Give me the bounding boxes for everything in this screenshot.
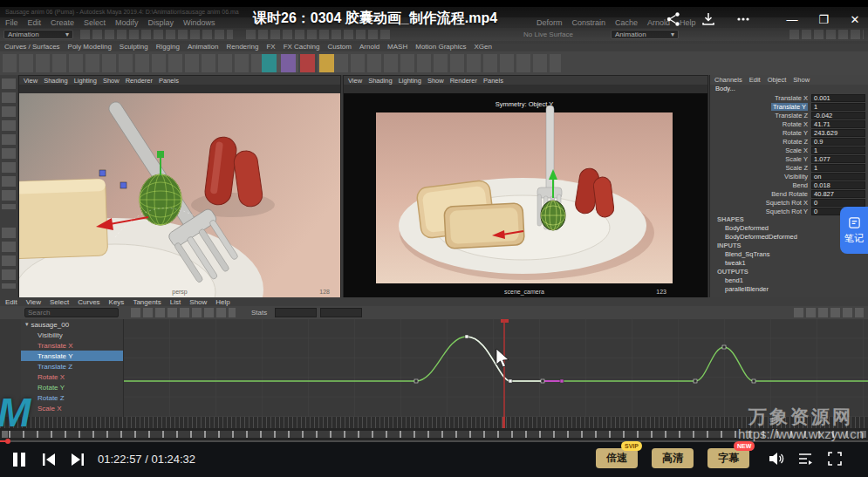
viewport-left: View Shading Lighting Show Renderer Pane… — [18, 75, 341, 297]
channel-section-item: bend1 — [710, 276, 868, 285]
maya-menu-item: Deform — [537, 18, 563, 27]
close-button[interactable]: ✕ — [846, 10, 864, 28]
tool-icons — [2, 78, 16, 209]
channel-row: Translate X0.001 — [710, 93, 868, 102]
channel-row: Scale Z1 — [710, 163, 868, 172]
viewport-menubar: View Shading Lighting Show Renderer Pane… — [344, 76, 707, 85]
shelf-tab: Rigging — [156, 43, 180, 51]
progress-knob[interactable] — [5, 439, 10, 444]
shelf-tab: Arnold — [359, 43, 379, 51]
fullscreen-button[interactable] — [827, 451, 843, 467]
playlist-button[interactable] — [797, 452, 813, 466]
next-button[interactable] — [70, 453, 85, 467]
time-display: 01:22:57 / 01:24:32 — [98, 453, 195, 466]
notes-button[interactable]: 笔记 — [840, 207, 868, 254]
previous-button[interactable] — [42, 453, 57, 467]
status-icons — [80, 30, 233, 39]
stats-field — [320, 308, 362, 317]
ellipsis-icon — [735, 11, 751, 27]
player-control-bar: 01:22:57 / 01:24:32 倍速 SVIP 高清 字幕 NEW — [0, 440, 868, 477]
current-frame-marker — [502, 417, 505, 428]
shelf-tab: Poly Modeling — [68, 43, 112, 51]
shelf-icon — [281, 54, 296, 72]
subtitle-button[interactable]: 字幕 — [707, 448, 749, 468]
speed-button[interactable]: 倍速 — [596, 448, 638, 468]
quality-button[interactable]: 高清 — [652, 448, 694, 468]
maya-menu-item: Edit — [28, 18, 42, 27]
maya-menu-item: Modify — [115, 18, 139, 27]
maya-menu-item: Create — [51, 18, 74, 27]
maya-statusline: Animation▾ No Live Surface Animation▾ — [0, 28, 868, 41]
shelf-tab: FX — [266, 43, 275, 51]
snap-icons — [246, 30, 390, 39]
channel-row: Bend0.018 — [710, 181, 868, 189]
shelf-tab: Animation — [188, 43, 219, 51]
viewport-scene-left: persp 128 — [19, 93, 340, 298]
viewport-right: View Shading Lighting Show Renderer Pane… — [343, 75, 708, 297]
graph-editor-search-input — [24, 308, 119, 317]
layout-shortcut-icons — [2, 228, 16, 289]
maya-menu-item: Display — [148, 18, 174, 27]
svip-badge: SVIP — [621, 441, 642, 451]
notebook-icon — [848, 216, 861, 229]
speaker-icon — [768, 451, 785, 467]
share-button[interactable] — [665, 10, 682, 28]
channel-row: Translate Z-0.042 — [710, 111, 868, 119]
live-surface-hint: No Live Surface — [523, 31, 573, 38]
download-button[interactable] — [700, 10, 717, 28]
ge-tree-item: Visibility — [21, 330, 123, 340]
graph-editor-toolbar-icons — [131, 308, 236, 317]
ge-tree-item: Translate X — [21, 340, 123, 351]
channel-section-item: parallelBlender — [710, 285, 868, 294]
shelf-tab: XGen — [474, 43, 491, 51]
channel-box: Channels Edit Object Show Body... Transl… — [709, 75, 868, 297]
ge-tree-item: Rotate Y — [21, 382, 123, 392]
sidebar-toggle-icons — [789, 30, 864, 39]
maya-range-slider — [0, 428, 868, 440]
shelf-tabs: Curves / Surfaces Poly Modeling Sculptin… — [0, 41, 868, 51]
video-player-window: Sausage anim 06 (Puma) - Autodesk Maya 2… — [0, 0, 868, 477]
stats-label: Stats — [251, 309, 267, 317]
shelf-icon — [319, 54, 334, 72]
pause-bar — [13, 453, 17, 467]
shelf-icon — [300, 54, 315, 72]
ge-tree-item: Rotate X — [21, 371, 123, 382]
graph-editor-curve-area — [124, 319, 868, 417]
shelf-icon — [262, 54, 277, 72]
channel-row: Scale Y1.077 — [710, 154, 868, 163]
shelf-tab: MASH — [387, 43, 407, 51]
channel-row: Rotate Y243.629 — [710, 128, 868, 137]
expand-icon: ▾ — [25, 321, 29, 328]
share-icon — [666, 11, 681, 27]
channel-row: Visibilityon — [710, 172, 868, 181]
channel-section-header: OUTPUTS — [710, 268, 868, 276]
symmetry-hud: Symmetry: Object Y — [496, 100, 554, 108]
maya-logo: M — [0, 389, 31, 436]
volume-button[interactable] — [768, 451, 785, 467]
maya-menu-item: Select — [84, 18, 106, 27]
shelf-tab: FX Caching — [284, 43, 320, 51]
shelf-icons — [0, 51, 868, 75]
viewport-menubar: View Shading Lighting Show Renderer Pane… — [19, 76, 340, 85]
channel-row: Squetch Rot X0 — [710, 198, 868, 207]
maya-menu-item: File — [5, 18, 18, 27]
shelf-tab: Motion Graphics — [415, 43, 466, 51]
bread-slice — [444, 203, 524, 249]
camera-label: scene_camera — [504, 289, 544, 296]
channel-row: Bend Rotate40.827 — [710, 189, 868, 198]
video-title: 课时26：0304 胶囊动画_制作流程.mp4 — [253, 10, 497, 28]
pause-button[interactable] — [10, 452, 28, 467]
maximize-button[interactable]: ❐ — [815, 10, 832, 28]
ge-tree-item: Rotate Z — [21, 392, 123, 403]
channel-section-item: tweak1 — [710, 259, 868, 268]
video-surface[interactable]: Sausage anim 06 (Puma) - Autodesk Maya 2… — [0, 7, 868, 440]
bread — [19, 179, 108, 259]
channel-box-menubar: Channels Edit Object Show — [710, 75, 868, 85]
channel-box-object-name: Body... — [710, 85, 868, 93]
more-button[interactable] — [735, 10, 752, 28]
graph-editor-outliner: ▾sausage_00 Visibility Translate X Trans… — [21, 319, 124, 417]
ge-tree-item: ▾sausage_00 — [21, 319, 123, 330]
minimize-button[interactable]: — — [783, 10, 801, 28]
ge-tree-item: Scale X — [21, 403, 123, 413]
viewport-scene-right: Symmetry: Object Y — [344, 93, 707, 298]
